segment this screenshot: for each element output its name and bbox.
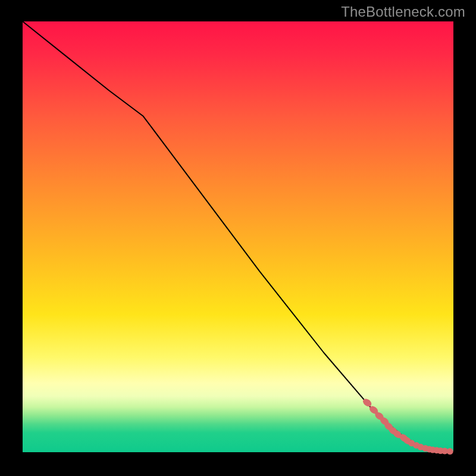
chart-overlay [23, 21, 453, 452]
plot-area [23, 21, 453, 452]
chart-stage: TheBottleneck.com [0, 0, 476, 476]
marker-group [362, 397, 453, 455]
watermark-text: TheBottleneck.com [341, 4, 465, 20]
data-marker [447, 448, 453, 455]
bottleneck-curve [23, 21, 453, 452]
